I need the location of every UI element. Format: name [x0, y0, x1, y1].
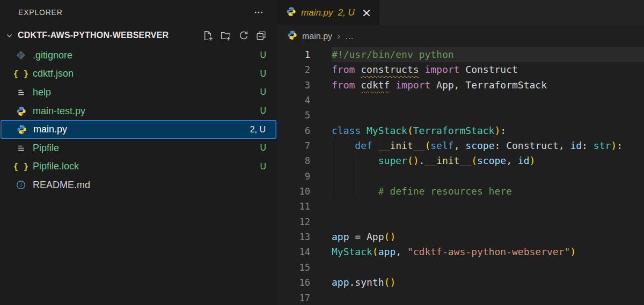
- line-number: 7: [277, 138, 310, 153]
- code-line-16[interactable]: 16app.synth(): [277, 275, 644, 290]
- line-number: 11: [277, 199, 310, 214]
- section-actions: [201, 29, 267, 42]
- git-status-badge: U: [260, 69, 266, 79]
- explorer-header: EXPLORER: [0, 0, 277, 25]
- new-folder-icon[interactable]: [219, 29, 232, 42]
- code-editor[interactable]: 1#!/usr/bin/env python2from constructs i…: [277, 47, 644, 305]
- new-file-icon[interactable]: [201, 29, 214, 42]
- line-number: 13: [277, 229, 310, 244]
- code-line-3[interactable]: 3from cdktf import App, TerraformStack: [277, 78, 644, 93]
- python-icon: [287, 30, 297, 42]
- git-icon: [15, 50, 27, 61]
- code-line-5[interactable]: 5: [277, 108, 644, 123]
- indent-guide: [355, 169, 355, 184]
- code-line-12[interactable]: 12: [277, 214, 644, 229]
- code-line-8[interactable]: 8 super().__init__(scope, id): [277, 153, 644, 168]
- code-line-6[interactable]: 6class MyStack(TerraformStack):: [277, 123, 644, 138]
- editor-group: main.py 2, U × main.py › … 1#!/usr/bin/e…: [277, 0, 644, 305]
- explorer-sidebar: EXPLORER CDKTF-AWS-PYTHON-WEBSERVER: [0, 0, 277, 305]
- file-name: main-test.py: [33, 106, 85, 117]
- line-content: app = App(): [332, 229, 396, 244]
- code-line-2[interactable]: 2from constructs import Construct: [277, 62, 644, 77]
- git-status-badge: 2, U: [250, 125, 266, 135]
- line-number: 15: [277, 260, 310, 275]
- line-content: from cdktf import App, TerraformStack: [332, 78, 547, 93]
- file-row-help[interactable]: helpU: [0, 83, 277, 102]
- code-line-11[interactable]: 11: [277, 199, 644, 214]
- code-line-13[interactable]: 13app = App(): [277, 229, 644, 244]
- file-row-pipfile[interactable]: PipfileU: [0, 139, 277, 158]
- tab-label: main.py: [301, 8, 333, 18]
- section-header[interactable]: CDKTF-AWS-PYTHON-WEBSERVER: [0, 25, 277, 46]
- close-icon[interactable]: ×: [362, 7, 371, 19]
- file-name: main.py: [33, 124, 67, 135]
- file-list: .gitignoreU{ }cdktf.jsonUhelpUmain-test.…: [0, 46, 277, 305]
- line-content: # define resources here: [332, 184, 512, 199]
- line-content: class MyStack(TerraformStack):: [332, 123, 506, 138]
- json-icon: { }: [15, 69, 27, 79]
- line-number: 4: [277, 93, 310, 108]
- code-line-10[interactable]: 10 # define resources here: [277, 184, 644, 199]
- code-line-14[interactable]: 14MyStack(app, "cdktf-aws-python-webserv…: [277, 244, 644, 259]
- tab-main-py[interactable]: main.py 2, U ×: [277, 0, 379, 25]
- explorer-title: EXPLORER: [18, 8, 63, 17]
- line-content: #!/usr/bin/env python: [332, 47, 454, 62]
- file-name: Pipfile.lock: [33, 161, 79, 172]
- file-row-readme-md[interactable]: iREADME.md: [0, 176, 277, 195]
- section-title: CDKTF-AWS-PYTHON-WEBSERVER: [18, 31, 169, 40]
- refresh-icon[interactable]: [237, 29, 250, 42]
- file-row--gitignore[interactable]: .gitignoreU: [0, 46, 277, 65]
- breadcrumb-separator-icon: ›: [337, 31, 340, 42]
- tab-git-badge: 2, U: [338, 8, 355, 18]
- line-content: super().__init__(scope, id): [332, 153, 535, 168]
- collapse-all-icon[interactable]: [254, 29, 267, 42]
- info-icon: i: [15, 180, 27, 190]
- line-number: 9: [277, 169, 310, 184]
- file-name: Pipfile: [33, 143, 59, 154]
- file-row-main-py[interactable]: main.py2, U: [1, 120, 276, 139]
- breadcrumb-more[interactable]: …: [345, 32, 354, 41]
- file-name: cdktf.json: [33, 68, 74, 79]
- json-icon: { }: [15, 161, 27, 172]
- vscode-window: EXPLORER CDKTF-AWS-PYTHON-WEBSERVER: [0, 0, 644, 305]
- code-line-17[interactable]: 17: [277, 291, 644, 305]
- file-name: README.md: [33, 180, 90, 191]
- git-status-badge: U: [260, 87, 266, 97]
- code-line-7[interactable]: 7 def __init__(self, scope: Construct, i…: [277, 138, 644, 153]
- svg-text:i: i: [20, 182, 22, 189]
- line-number: 5: [277, 108, 310, 123]
- python-icon: [286, 6, 296, 19]
- git-status-badge: U: [260, 50, 266, 60]
- code-line-1[interactable]: 1#!/usr/bin/env python: [277, 47, 644, 62]
- line-number: 2: [277, 62, 310, 77]
- git-status-badge: U: [260, 106, 266, 116]
- line-content: app.synth(): [332, 275, 396, 290]
- breadcrumb: main.py › …: [277, 25, 644, 47]
- line-number: 14: [277, 244, 310, 259]
- git-status-badge: U: [260, 143, 266, 153]
- file-name: help: [33, 87, 51, 98]
- code-line-4[interactable]: 4: [277, 93, 644, 108]
- line-number: 17: [277, 291, 310, 305]
- line-number: 8: [277, 153, 310, 168]
- line-number: 6: [277, 123, 310, 138]
- line-number: 16: [277, 275, 310, 290]
- line-content: def __init__(self, scope: Construct, id:…: [332, 138, 623, 153]
- file-row-pipfile-lock[interactable]: { }Pipfile.lockU: [0, 158, 277, 176]
- git-status-badge: U: [260, 162, 266, 172]
- tab-bar: main.py 2, U ×: [277, 0, 644, 25]
- text-icon: [15, 143, 27, 153]
- file-row-main-test-py[interactable]: main-test.pyU: [0, 102, 277, 121]
- line-number: 12: [277, 214, 310, 229]
- breadcrumb-file[interactable]: main.py: [302, 32, 332, 41]
- indent-guide: [332, 169, 332, 184]
- line-number: 10: [277, 184, 310, 199]
- line-content: from constructs import Construct: [332, 62, 518, 77]
- python-icon: [15, 106, 27, 116]
- more-actions-icon[interactable]: [252, 6, 265, 19]
- code-line-9[interactable]: 9: [277, 169, 644, 184]
- code-line-15[interactable]: 15: [277, 260, 644, 275]
- line-number: 1: [277, 47, 310, 62]
- file-row-cdktf-json[interactable]: { }cdktf.jsonU: [0, 65, 277, 84]
- line-content: MyStack(app, "cdktf-aws-python-webserver…: [332, 244, 576, 259]
